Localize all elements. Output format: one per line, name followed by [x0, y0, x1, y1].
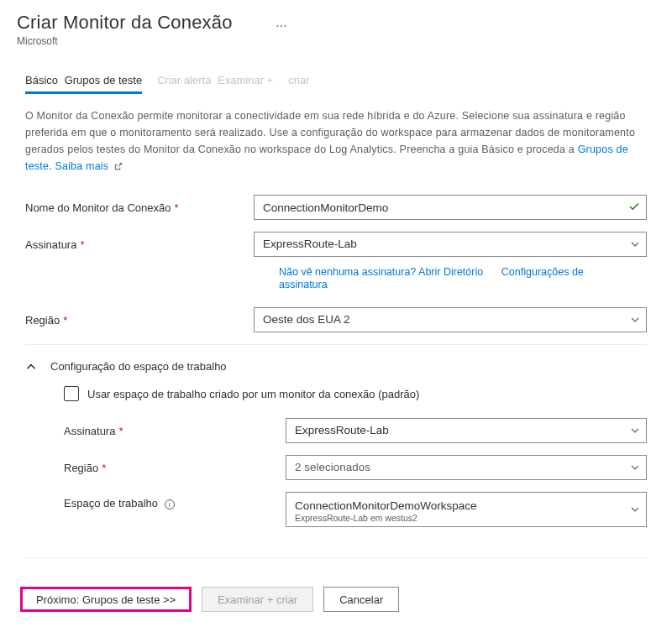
- region-label: Região*: [25, 314, 254, 327]
- tab-basic-label: Básico: [25, 74, 58, 86]
- page-title: Criar Monitor da Conexão: [17, 12, 233, 33]
- connection-monitor-name-input[interactable]: [254, 195, 647, 220]
- info-icon[interactable]: i: [165, 499, 175, 509]
- subscription-label: Assinatura*: [25, 238, 254, 251]
- workspace-region-label: Região*: [64, 462, 286, 474]
- divider: [25, 557, 647, 558]
- no-subscription-link[interactable]: Não vê nenhuma assinatura? Abrir Diretór…: [279, 266, 483, 278]
- required-icon: *: [118, 425, 123, 437]
- review-create-button: Examinar + criar: [202, 587, 313, 612]
- required-icon: *: [102, 462, 106, 474]
- required-icon: *: [63, 314, 67, 327]
- required-icon: *: [174, 201, 178, 214]
- cancel-button[interactable]: Cancelar: [323, 587, 399, 612]
- external-link-icon: [113, 162, 123, 171]
- check-icon: [628, 201, 640, 212]
- subscription-select[interactable]: ExpressRoute-Lab: [254, 232, 647, 257]
- tab-alert-label: Criar alerta: [157, 74, 211, 86]
- next-button[interactable]: Próximo: Grupos de teste >>: [20, 587, 192, 612]
- page-subtitle: Microsoft: [17, 35, 655, 47]
- workspace-section-toggle[interactable]: Configuração do espaço de trabalho: [0, 360, 672, 386]
- description-text: O Monitor da Conexão permite monitorar a…: [25, 110, 635, 155]
- footer-bar: Próximo: Grupos de teste >> Examinar + c…: [0, 575, 672, 627]
- workspace-section-title: Configuração do espaço de trabalho: [50, 360, 227, 373]
- use-default-workspace-checkbox[interactable]: [64, 386, 79, 401]
- chevron-up-icon: [25, 361, 37, 373]
- workspace-region-select[interactable]: 2 selecionados: [286, 455, 647, 480]
- region-select[interactable]: Oeste dos EUA 2: [254, 307, 647, 332]
- name-label: Nome do Monitor da Conexão*: [25, 201, 254, 214]
- tab-create[interactable]: criar: [288, 69, 309, 94]
- workspace-label: Espaço de trabalho i: [64, 492, 286, 509]
- tab-groups-label: Grupos de teste: [65, 74, 143, 86]
- workspace-subtext: ExpressRoute-Lab em westus2: [295, 513, 621, 524]
- workspace-select[interactable]: ConnectionMonitorDemoWorkspace ExpressRo…: [286, 492, 647, 527]
- required-icon: *: [80, 238, 84, 251]
- workspace-name: ConnectionMonitorDemoWorkspace: [295, 499, 621, 513]
- tab-basic[interactable]: Básico Grupos de teste: [25, 69, 142, 94]
- divider: [25, 344, 647, 345]
- tab-review-label: Examinar +: [218, 74, 273, 86]
- tab-create-alert[interactable]: Criar alerta Examinar +: [157, 69, 273, 94]
- more-icon[interactable]: ···: [276, 18, 286, 34]
- workspace-subscription-select[interactable]: ExpressRoute-Lab: [286, 418, 647, 443]
- use-default-workspace-label: Usar espaço de trabalho criado por um mo…: [87, 388, 419, 400]
- workspace-subscription-label: Assinatura*: [64, 425, 286, 437]
- description-block: O Monitor da Conexão permite monitorar a…: [0, 94, 672, 175]
- tab-bar: Básico Grupos de teste Criar alerta Exam…: [0, 69, 672, 94]
